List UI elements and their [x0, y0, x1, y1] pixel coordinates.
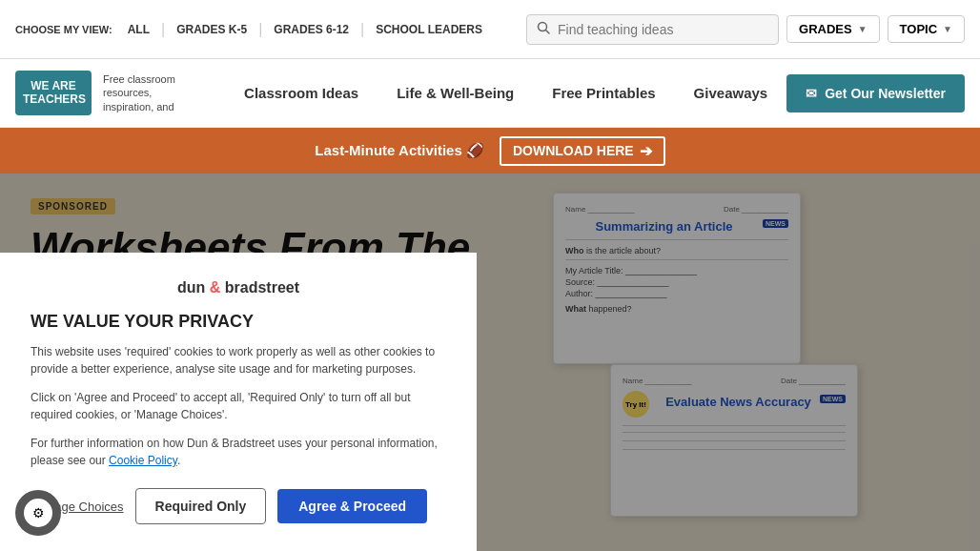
logo-text-line1: WE ARE	[31, 79, 76, 92]
newsletter-button[interactable]: ✉ Get Our Newsletter	[786, 74, 965, 112]
consent-actions: Manage Choices Required Only Agree & Pro…	[31, 488, 446, 524]
view-all[interactable]: ALL	[128, 23, 150, 36]
search-icon	[537, 21, 550, 38]
view-leaders[interactable]: SCHOOL LEADERS	[376, 23, 482, 36]
site-logo[interactable]: WE ARE TEACHERS	[15, 71, 92, 114]
grades-chevron-icon: ▼	[858, 24, 868, 34]
topic-label: TOPIC	[900, 22, 938, 36]
banner: Last-Minute Activities 🏈 DOWNLOAD HERE ➔	[0, 128, 980, 173]
nav-classroom-ideas[interactable]: Classroom Ideas	[225, 85, 378, 101]
db-brand-name: dun	[177, 279, 205, 296]
search-box	[526, 14, 779, 45]
banner-text: Last-Minute Activities 🏈	[315, 142, 484, 159]
search-input[interactable]	[558, 22, 768, 37]
required-only-button[interactable]: Required Only	[135, 488, 267, 524]
agree-proceed-button[interactable]: Agree & Proceed	[277, 489, 427, 523]
nav-links: Classroom Ideas Life & Well-Being Free P…	[225, 85, 786, 101]
db-logo: dun & bradstreet	[31, 279, 446, 296]
consent-title: WE VALUE YOUR PRIVACY	[31, 312, 446, 332]
nav-life-wellbeing[interactable]: Life & Well-Being	[378, 85, 533, 101]
cookie-policy-link[interactable]: Cookie Policy	[109, 454, 177, 467]
download-link[interactable]: DOWNLOAD HERE ➔	[500, 136, 665, 166]
choose-label: CHOOSE MY VIEW:	[15, 24, 112, 35]
arrow-right-icon: ➔	[640, 142, 652, 160]
nav-bar: WE ARE TEACHERS Free classroom resources…	[0, 59, 980, 128]
cookie-overlay: dun & bradstreet WE VALUE YOUR PRIVACY T…	[0, 173, 980, 551]
topic-chevron-icon: ▼	[943, 24, 952, 34]
cookie-preferences-icon[interactable]: ⚙	[15, 490, 61, 536]
view-612[interactable]: GRADES 6-12	[274, 23, 349, 36]
logo-text-line2: TEACHERS	[23, 92, 86, 106]
search-area: GRADES ▼ TOPIC ▼	[526, 14, 965, 45]
consent-body-3: For further information on how Dun & Bra…	[31, 435, 446, 469]
header-top: CHOOSE MY VIEW: ALL | GRADES K-5 | GRADE…	[0, 0, 980, 59]
view-links: ALL | GRADES K-5 | GRADES 6-12 | SCHOOL …	[128, 21, 482, 38]
topic-button[interactable]: TOPIC ▼	[888, 15, 965, 43]
download-label: DOWNLOAD HERE	[513, 143, 634, 158]
logo-tooltip: Free classroom resources, inspiration, a…	[103, 72, 202, 113]
view-k5[interactable]: GRADES K-5	[176, 23, 247, 36]
db-brand-name2: bradstreet	[225, 279, 299, 296]
nav-giveaways[interactable]: Giveaways	[675, 85, 787, 101]
email-icon: ✉	[806, 86, 817, 101]
logo-area: WE ARE TEACHERS Free classroom resources…	[15, 71, 202, 114]
nav-free-printables[interactable]: Free Printables	[533, 85, 674, 101]
consent-body-2: Click on 'Agree and Proceed' to accept a…	[31, 389, 446, 423]
gear-icon: ⚙	[24, 499, 52, 527]
consent-body-1: This website uses 'required' cookies to …	[31, 343, 446, 378]
svg-line-1	[546, 30, 550, 33]
grades-label: GRADES	[799, 22, 852, 36]
db-ampersand-icon: &	[205, 279, 224, 296]
newsletter-label: Get Our Newsletter	[825, 86, 946, 101]
main-content: SPONSORED Worksheets From The Week Junio…	[0, 173, 980, 551]
consent-modal: dun & bradstreet WE VALUE YOUR PRIVACY T…	[0, 253, 477, 551]
grades-button[interactable]: GRADES ▼	[786, 15, 880, 43]
